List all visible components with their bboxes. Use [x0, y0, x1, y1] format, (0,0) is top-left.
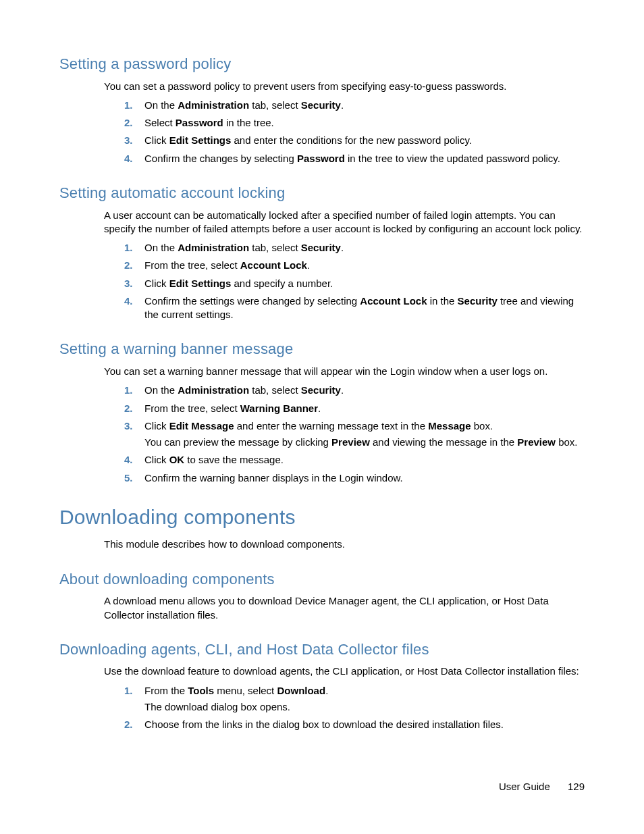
list-item: Click OK to save the message.: [124, 453, 585, 467]
list-item: From the Tools menu, select Download. Th…: [124, 684, 585, 714]
list-item: Click Edit Settings and enter the condit…: [124, 134, 585, 147]
heading-password-policy: Setting a password policy: [59, 54, 585, 74]
steps-account-locking: On the Administration tab, select Securi…: [124, 241, 585, 321]
list-item: Click Edit Settings and specify a number…: [124, 277, 585, 290]
page-footer: User Guide 129: [499, 780, 585, 793]
list-item: Select Password in the tree.: [124, 116, 585, 130]
intro-password-policy: You can set a password policy to prevent…: [104, 80, 585, 93]
page-number: 129: [568, 780, 585, 793]
list-item: From the tree, select Warning Banner.: [124, 402, 585, 415]
list-item: Confirm the settings were changed by sel…: [124, 294, 585, 322]
list-item: On the Administration tab, select Securi…: [124, 241, 585, 255]
intro-warning-banner: You can set a warning banner message tha…: [104, 365, 585, 378]
steps-password-policy: On the Administration tab, select Securi…: [124, 99, 585, 165]
list-subtext: The download dialog box opens.: [144, 700, 585, 714]
intro-account-locking: A user account can be automatically lock…: [104, 209, 585, 236]
intro-about-downloading: A download menu allows you to download D…: [104, 594, 585, 622]
list-item: Confirm the warning banner displays in t…: [124, 471, 585, 485]
list-item: Confirm the changes by selecting Passwor…: [124, 152, 585, 165]
intro-downloading-agents: Use the download feature to download age…: [104, 664, 585, 678]
heading-downloading-components: Downloading components: [59, 504, 585, 531]
intro-downloading-components: This module describes how to download co…: [104, 538, 585, 551]
list-item: On the Administration tab, select Securi…: [124, 384, 585, 397]
heading-downloading-agents: Downloading agents, CLI, and Host Data C…: [59, 640, 585, 660]
footer-label: User Guide: [499, 781, 550, 792]
list-item: Click Edit Message and enter the warning…: [124, 419, 585, 450]
steps-warning-banner: On the Administration tab, select Securi…: [124, 384, 585, 485]
heading-about-downloading: About downloading components: [59, 569, 585, 590]
list-item: On the Administration tab, select Securi…: [124, 99, 585, 112]
list-item: From the tree, select Account Lock.: [124, 259, 585, 272]
list-item: Choose from the links in the dialog box …: [124, 718, 585, 731]
heading-account-locking: Setting automatic account locking: [59, 183, 585, 203]
steps-downloading-agents: From the Tools menu, select Download. Th…: [124, 684, 585, 732]
list-subtext: You can preview the message by clicking …: [144, 436, 585, 449]
heading-warning-banner: Setting a warning banner message: [59, 339, 585, 359]
